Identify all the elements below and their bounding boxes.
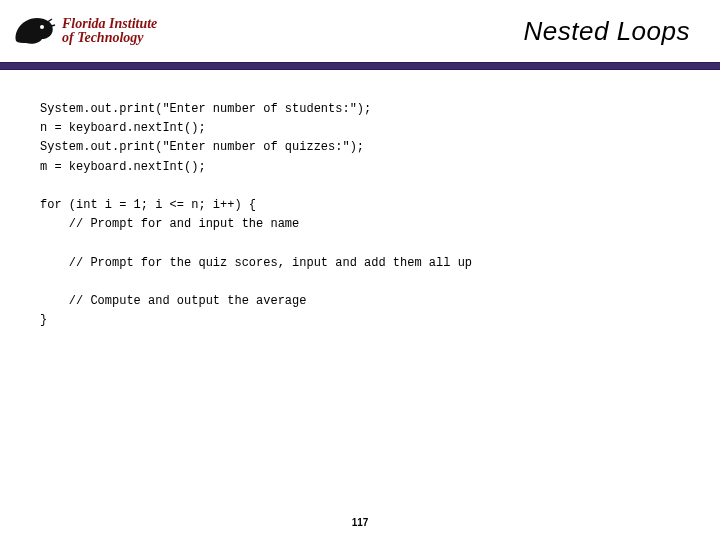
page-number: 117 [352, 517, 369, 528]
svg-point-0 [40, 25, 44, 29]
slide-header: Florida Institute of Technology Nested L… [0, 0, 720, 62]
code-block: System.out.print("Enter number of studen… [0, 70, 720, 330]
institution-logo: Florida Institute of Technology [12, 13, 157, 49]
panther-icon [12, 13, 56, 49]
logo-line-2: of Technology [62, 31, 157, 45]
header-divider [0, 62, 720, 70]
logo-line-1: Florida Institute [62, 17, 157, 31]
logo-text: Florida Institute of Technology [62, 17, 157, 45]
slide-title: Nested Loops [524, 16, 690, 47]
